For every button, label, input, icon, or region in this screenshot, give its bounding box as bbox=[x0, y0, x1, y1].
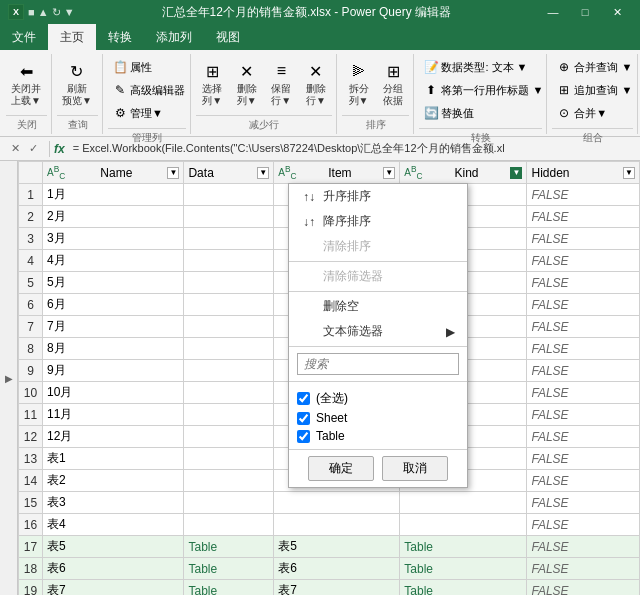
remove-empty-item[interactable]: 删除空 bbox=[289, 294, 467, 319]
refresh-btn[interactable]: ↻ 刷新预览▼ bbox=[57, 56, 97, 110]
minimize-btn[interactable]: — bbox=[538, 0, 568, 24]
cell-hidden: FALSE bbox=[527, 580, 640, 595]
cell-hidden: FALSE bbox=[527, 558, 640, 580]
cell-name: 10月 bbox=[43, 382, 184, 404]
datatype-btn[interactable]: 📝 数据类型: 文本 ▼ bbox=[419, 56, 547, 78]
checkbox-sheet[interactable]: Sheet bbox=[297, 409, 459, 427]
cell-item bbox=[274, 492, 400, 514]
group-reduce-label: 减少行 bbox=[196, 115, 332, 134]
ribbon-tabs: 文件 主页 转换 添加列 视图 bbox=[0, 24, 640, 50]
formula-bar: ✕ ✓ fx = Excel.Workbook(File.Contents("C… bbox=[0, 137, 640, 161]
dropdown-ok-btn[interactable]: 确定 bbox=[308, 456, 374, 481]
manage-btn[interactable]: ⚙ 管理▼ bbox=[108, 102, 189, 124]
cell-hidden: FALSE bbox=[527, 492, 640, 514]
filter-dropdown: ↑↓ 升序排序 ↓↑ 降序排序 清除排序 清除筛选器 删除空 bbox=[288, 183, 468, 488]
tab-addcol[interactable]: 添加列 bbox=[144, 24, 204, 50]
tab-file[interactable]: 文件 bbox=[0, 24, 48, 50]
row-number: 8 bbox=[19, 338, 43, 360]
table-row: 18表6Table表6TableFALSE bbox=[19, 558, 640, 580]
cell-hidden: FALSE bbox=[527, 360, 640, 382]
cell-hidden: FALSE bbox=[527, 294, 640, 316]
cell-data bbox=[184, 470, 274, 492]
checkbox-all[interactable]: (全选) bbox=[297, 388, 459, 409]
combine-btn[interactable]: ⊙ 合并▼ bbox=[552, 102, 636, 124]
group-transform: 📝 数据类型: 文本 ▼ ⬆ 将第一行用作标题 ▼ 🔄 替换值 转换 bbox=[415, 54, 547, 134]
group-close-label: 关闭 bbox=[6, 115, 47, 134]
formula-cross[interactable]: ✕ bbox=[8, 141, 23, 156]
formula-text: = Excel.Workbook(File.Contents("C:\Users… bbox=[73, 141, 636, 156]
replace-values-btn[interactable]: 🔄 替换值 bbox=[419, 102, 547, 124]
sidebar-toggle[interactable]: ▶ bbox=[0, 161, 18, 595]
select-cols-btn[interactable]: ⊞ 选择列▼ bbox=[196, 56, 229, 110]
cell-kind: Table bbox=[400, 536, 527, 558]
filter-search-input[interactable] bbox=[297, 353, 459, 375]
cell-name: 7月 bbox=[43, 316, 184, 338]
row-number: 1 bbox=[19, 184, 43, 206]
cell-data: Table bbox=[184, 580, 274, 595]
col-header-hidden[interactable]: Hidden ▼ bbox=[527, 162, 640, 184]
cell-name: 3月 bbox=[43, 228, 184, 250]
main-area: ▶ ABC Name ▼ bbox=[0, 161, 640, 595]
maximize-btn[interactable]: □ bbox=[570, 0, 600, 24]
row-number: 14 bbox=[19, 470, 43, 492]
close-btn[interactable]: ✕ bbox=[602, 0, 632, 24]
split-col-btn[interactable]: ⫸ 拆分列▼ bbox=[342, 56, 375, 110]
use-first-row-btn[interactable]: ⬆ 将第一行用作标题 ▼ bbox=[419, 79, 547, 101]
append-queries-btn[interactable]: ⊞ 追加查询 ▼ bbox=[552, 79, 636, 101]
clear-sort-item[interactable]: 清除排序 bbox=[289, 234, 467, 259]
remove-rows-btn[interactable]: ✕ 删除行▼ bbox=[300, 56, 333, 110]
group-sort-label: 排序 bbox=[342, 115, 409, 134]
formula-check[interactable]: ✓ bbox=[26, 141, 41, 156]
merge-queries-btn[interactable]: ⊕ 合并查询 ▼ bbox=[552, 56, 636, 78]
group-by-btn[interactable]: ⊞ 分组依据 bbox=[377, 56, 410, 110]
sort-asc-item[interactable]: ↑↓ 升序排序 bbox=[289, 184, 467, 209]
cell-hidden: FALSE bbox=[527, 206, 640, 228]
window-title: 汇总全年12个月的销售金额.xlsx - Power Query 编辑器 bbox=[75, 4, 538, 21]
checkbox-all-input[interactable] bbox=[297, 392, 310, 405]
row-number: 19 bbox=[19, 580, 43, 595]
col-header-name[interactable]: ABC Name ▼ bbox=[43, 162, 184, 184]
checkbox-table-input[interactable] bbox=[297, 430, 310, 443]
col-header-data[interactable]: Data ▼ bbox=[184, 162, 274, 184]
filter-btn-item[interactable]: ▼ bbox=[383, 167, 395, 179]
filter-btn-hidden[interactable]: ▼ bbox=[623, 167, 635, 179]
row-number: 10 bbox=[19, 382, 43, 404]
cell-name: 9月 bbox=[43, 360, 184, 382]
remove-cols-btn[interactable]: ✕ 删除列▼ bbox=[230, 56, 263, 110]
sort-desc-item[interactable]: ↓↑ 降序排序 bbox=[289, 209, 467, 234]
clear-filter-item[interactable]: 清除筛选器 bbox=[289, 264, 467, 289]
checkbox-sheet-input[interactable] bbox=[297, 412, 310, 425]
keep-rows-btn[interactable]: ≡ 保留行▼ bbox=[265, 56, 298, 110]
filter-btn-name[interactable]: ▼ bbox=[167, 167, 179, 179]
dropdown-buttons: 确定 取消 bbox=[289, 449, 467, 487]
title-bar-left: X ■ ▲ ↻ ▼ bbox=[8, 4, 75, 20]
group-combine: ⊕ 合并查询 ▼ ⊞ 追加查询 ▼ ⊙ 合并▼ 组合 bbox=[548, 54, 638, 134]
tab-transform[interactable]: 转换 bbox=[96, 24, 144, 50]
text-filter-item[interactable]: 文本筛选器 ▶ bbox=[289, 319, 467, 344]
filter-btn-kind[interactable]: ▼ bbox=[510, 167, 522, 179]
cell-name: 11月 bbox=[43, 404, 184, 426]
quick-access: ■ ▲ ↻ ▼ bbox=[28, 6, 75, 19]
combine-icon: ⊙ bbox=[556, 105, 572, 121]
cell-name: 表4 bbox=[43, 514, 184, 536]
cell-hidden: FALSE bbox=[527, 470, 640, 492]
cell-hidden: FALSE bbox=[527, 426, 640, 448]
filter-btn-data[interactable]: ▼ bbox=[257, 167, 269, 179]
row-number: 9 bbox=[19, 360, 43, 382]
tab-home[interactable]: 主页 bbox=[48, 24, 96, 50]
cell-item: 表6 bbox=[274, 558, 400, 580]
dropdown-cancel-btn[interactable]: 取消 bbox=[382, 456, 448, 481]
ribbon-content: ⬅ 关闭并上载▼ 关闭 ↻ 刷新预览▼ 查询 📋 属 bbox=[0, 50, 640, 136]
sort-asc-icon: ↑↓ bbox=[301, 190, 317, 204]
tab-view[interactable]: 视图 bbox=[204, 24, 252, 50]
col-header-item[interactable]: ABC Item ▼ bbox=[274, 162, 400, 184]
sep2 bbox=[289, 291, 467, 292]
checkbox-table[interactable]: Table bbox=[297, 427, 459, 445]
ribbon: 文件 主页 转换 添加列 视图 ⬅ 关闭并上载▼ 关闭 ↻ 刷新预览▼ bbox=[0, 24, 640, 137]
advanced-editor-btn[interactable]: ✎ 高级编辑器 bbox=[108, 79, 189, 101]
cell-name: 表7 bbox=[43, 580, 184, 595]
cell-name: 5月 bbox=[43, 272, 184, 294]
properties-btn[interactable]: 📋 属性 bbox=[108, 56, 189, 78]
col-header-kind[interactable]: ABC Kind ▼ bbox=[400, 162, 527, 184]
close-load-btn[interactable]: ⬅ 关闭并上载▼ bbox=[6, 56, 46, 110]
